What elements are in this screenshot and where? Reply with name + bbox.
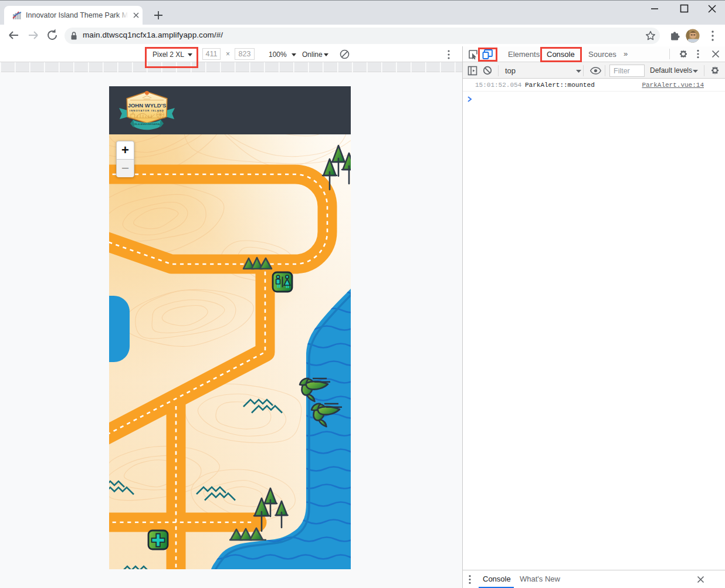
svg-text:ISLA ANNIVERSARIA: ISLA ANNIVERSARIA (134, 123, 161, 126)
svg-text:INNOVATOR ISLAND: INNOVATOR ISLAND (130, 109, 164, 112)
svg-text:JOHN WYLD'S: JOHN WYLD'S (128, 102, 167, 109)
